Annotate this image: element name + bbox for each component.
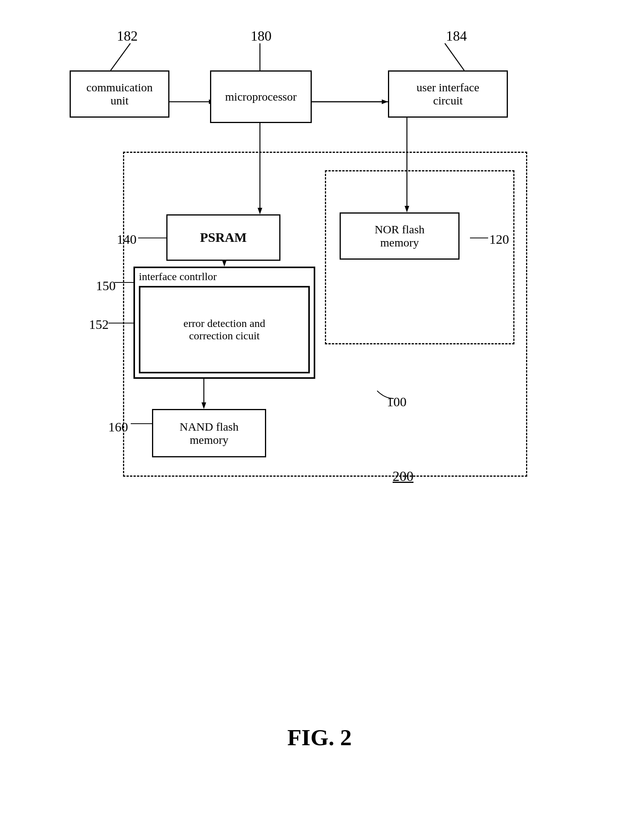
microprocessor-label: microprocessor [225,90,297,103]
figure-caption: FIG. 2 [0,724,639,751]
ref-120-label: 120 [489,232,509,247]
communication-unit-box: commuicationunit [70,70,169,118]
ref-184: 184 [446,28,467,44]
ref-100-label: 100 [387,395,407,409]
svg-line-51 [445,43,464,70]
error-detection-box: error detection andcorrection cicuit [139,286,310,373]
ref-182: 182 [117,28,138,44]
svg-line-49 [111,43,130,70]
ref-152-label: 152 [89,317,109,332]
psram-label: PSRAM [200,230,247,245]
ref-200-label: 200 [393,468,413,484]
nand-flash-box: NAND flashmemory [152,409,266,457]
microprocessor-box: microprocessor [210,70,312,123]
interface-controller-box: interface contrllor error detection andc… [133,267,315,379]
interface-controller-label: interface contrllor [135,268,314,285]
user-interface-box: user interfacecircuit [388,70,508,118]
communication-unit-label: commuicationunit [86,81,153,107]
nor-flash-label: NOR flashmemory [374,223,424,249]
ref-150-label: 150 [96,279,116,293]
error-detection-label: error detection andcorrection cicuit [183,317,265,342]
nand-flash-label: NAND flashmemory [179,420,238,447]
user-interface-label: user interfacecircuit [417,81,479,107]
psram-box: PSRAM [166,214,280,261]
ref-180: 180 [251,28,272,44]
ref-140-label: 140 [117,232,137,247]
ref-160-label: 160 [108,420,128,435]
nor-flash-box: NOR flashmemory [340,212,460,260]
